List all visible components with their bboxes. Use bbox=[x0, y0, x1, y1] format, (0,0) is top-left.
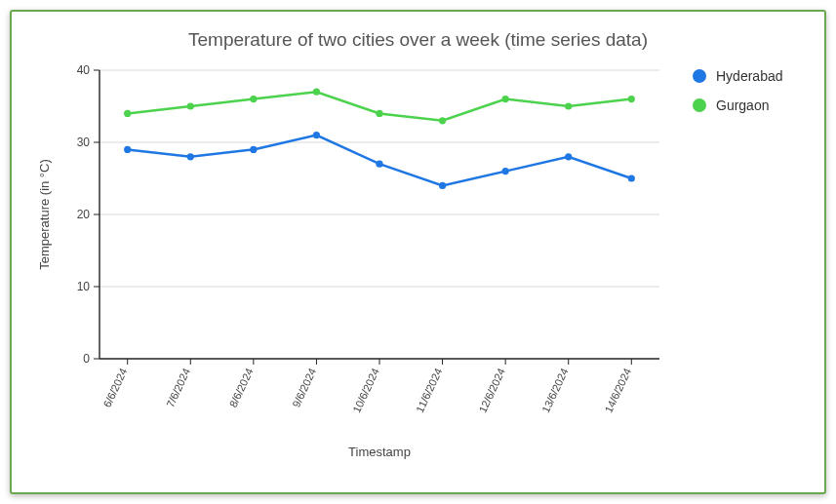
svg-point-33 bbox=[628, 96, 635, 102]
svg-point-22 bbox=[502, 168, 509, 174]
svg-point-30 bbox=[439, 117, 446, 124]
chart-panel: Temperature of two cities over a week (t… bbox=[10, 10, 826, 494]
svg-text:10: 10 bbox=[77, 280, 91, 293]
svg-point-17 bbox=[187, 153, 194, 160]
svg-text:8/6/2024: 8/6/2024 bbox=[227, 367, 256, 409]
svg-point-20 bbox=[376, 161, 382, 168]
svg-text:Temperature (in °C): Temperature (in °C) bbox=[37, 159, 52, 270]
svg-text:10/6/2024: 10/6/2024 bbox=[350, 367, 381, 414]
svg-point-26 bbox=[187, 102, 194, 109]
plot-area: 0102030406/6/20247/6/20248/6/20249/6/202… bbox=[29, 57, 673, 481]
svg-point-21 bbox=[439, 182, 446, 189]
legend-label-hyderabad: Hyderabad bbox=[716, 68, 783, 84]
svg-text:9/6/2024: 9/6/2024 bbox=[290, 367, 318, 409]
svg-text:0: 0 bbox=[83, 352, 90, 366]
legend-swatch-hyderabad-icon bbox=[693, 69, 706, 83]
legend-item-hyderabad: Hyderabad bbox=[693, 68, 783, 84]
svg-text:12/6/2024: 12/6/2024 bbox=[476, 367, 507, 414]
chart-title: Temperature of two cities over a week (t… bbox=[29, 29, 807, 51]
legend-label-gurgaon: Gurgaon bbox=[716, 97, 769, 113]
chart-content: 0102030406/6/20247/6/20248/6/20249/6/202… bbox=[29, 57, 807, 481]
svg-point-23 bbox=[565, 153, 572, 160]
svg-text:Timestamp: Timestamp bbox=[348, 445, 411, 459]
svg-point-25 bbox=[124, 110, 131, 117]
legend: Hyderabad Gurgaon bbox=[673, 57, 783, 481]
svg-point-28 bbox=[313, 89, 320, 96]
svg-point-16 bbox=[124, 146, 131, 153]
chart-frame: Temperature of two cities over a week (t… bbox=[0, 0, 836, 504]
svg-text:20: 20 bbox=[77, 208, 91, 221]
legend-item-gurgaon: Gurgaon bbox=[693, 97, 783, 113]
svg-text:40: 40 bbox=[77, 63, 91, 77]
svg-text:13/6/2024: 13/6/2024 bbox=[539, 367, 571, 414]
svg-point-19 bbox=[313, 132, 320, 138]
legend-swatch-gurgaon-icon bbox=[693, 98, 706, 112]
svg-point-32 bbox=[565, 102, 572, 109]
svg-point-31 bbox=[502, 96, 509, 102]
svg-point-29 bbox=[376, 110, 382, 117]
svg-text:6/6/2024: 6/6/2024 bbox=[101, 367, 130, 409]
svg-point-18 bbox=[250, 146, 257, 153]
svg-point-24 bbox=[628, 174, 635, 181]
svg-text:14/6/2024: 14/6/2024 bbox=[603, 367, 634, 414]
svg-text:30: 30 bbox=[77, 136, 91, 149]
svg-text:11/6/2024: 11/6/2024 bbox=[414, 367, 445, 414]
svg-point-27 bbox=[250, 96, 257, 102]
svg-text:7/6/2024: 7/6/2024 bbox=[164, 367, 192, 409]
plot-svg: 0102030406/6/20247/6/20248/6/20249/6/202… bbox=[29, 57, 673, 466]
